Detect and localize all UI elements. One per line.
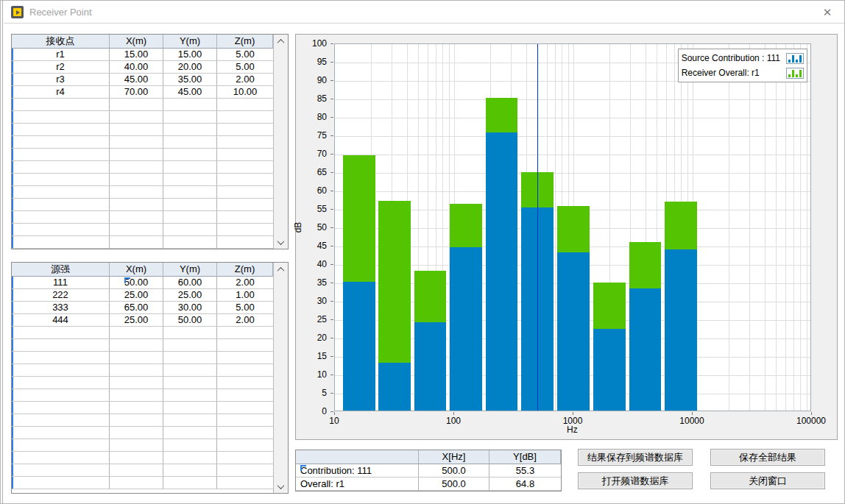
table-cell[interactable]: 5.00 xyxy=(217,49,273,61)
table-cell[interactable] xyxy=(110,136,163,149)
table-cell[interactable] xyxy=(12,377,110,389)
table-cell[interactable]: 25.00 xyxy=(110,289,163,302)
table-cell[interactable] xyxy=(12,402,110,414)
table-cell[interactable] xyxy=(12,327,110,339)
table-cell[interactable] xyxy=(217,464,273,477)
table-cell[interactable]: Contribution: 111 xyxy=(296,464,419,478)
table-cell[interactable] xyxy=(110,124,163,136)
table-cell[interactable]: 65.00 xyxy=(110,302,163,314)
table-cell[interactable] xyxy=(217,236,273,249)
table-cell[interactable] xyxy=(12,136,110,149)
table-cell[interactable]: 70.00 xyxy=(110,86,163,99)
table-row-empty[interactable] xyxy=(12,124,273,136)
table-cell[interactable] xyxy=(110,99,163,111)
table-cell[interactable] xyxy=(163,464,217,477)
table-cell[interactable]: r3 xyxy=(12,74,110,86)
table-cell[interactable]: 25.00 xyxy=(110,314,163,327)
table-cell[interactable] xyxy=(217,149,273,161)
table-cell[interactable] xyxy=(163,327,217,339)
table-cell[interactable] xyxy=(12,161,110,174)
table-cell[interactable] xyxy=(163,352,217,364)
table-cell[interactable] xyxy=(110,199,163,211)
table-cell[interactable] xyxy=(12,224,110,236)
table-cell[interactable]: r4 xyxy=(12,86,110,99)
table-cell[interactable] xyxy=(163,99,217,111)
bar-plot-style-icon[interactable] xyxy=(786,53,804,64)
table-row[interactable]: Contribution: 111500.055.3 xyxy=(296,464,561,478)
table-row[interactable]: 22225.0025.001.00 xyxy=(12,289,273,302)
table-row-empty[interactable] xyxy=(12,464,273,477)
table-cell[interactable] xyxy=(217,211,273,224)
table-cell[interactable] xyxy=(163,174,217,186)
table-row[interactable]: r345.0035.002.00 xyxy=(12,74,273,86)
scroll-up-icon[interactable] xyxy=(274,35,288,48)
close-window-button[interactable]: 关闭窗口 xyxy=(710,472,825,489)
table-cell[interactable] xyxy=(217,352,273,364)
table-cell[interactable] xyxy=(12,174,110,186)
table-cell[interactable] xyxy=(12,236,110,249)
table-row[interactable]: Overall: r1500.064.8 xyxy=(296,478,561,491)
table-cell[interactable] xyxy=(217,327,273,339)
table-cell[interactable] xyxy=(217,224,273,236)
table-cell[interactable]: 15.00 xyxy=(110,49,163,61)
table-cell[interactable] xyxy=(163,427,217,439)
table-cell[interactable]: 10.00 xyxy=(217,86,273,99)
table-cell[interactable] xyxy=(217,339,273,352)
table-cell[interactable] xyxy=(217,402,273,414)
table-cell[interactable] xyxy=(12,339,110,352)
table-row-empty[interactable] xyxy=(12,161,273,174)
receiver-table-scrollbar[interactable] xyxy=(273,35,288,249)
table-cell[interactable] xyxy=(163,149,217,161)
table-cell[interactable] xyxy=(217,99,273,111)
table-cell[interactable]: 222 xyxy=(12,289,110,302)
table-cell[interactable] xyxy=(163,111,217,124)
table-row-empty[interactable] xyxy=(12,211,273,224)
table-cell[interactable] xyxy=(12,389,110,402)
table-row-empty[interactable] xyxy=(12,99,273,111)
table-row-empty[interactable] xyxy=(12,377,273,389)
table-cell[interactable] xyxy=(217,414,273,427)
scroll-down-icon[interactable] xyxy=(274,235,288,249)
table-cell[interactable] xyxy=(163,402,217,414)
table-row[interactable]: r470.0045.0010.00 xyxy=(12,86,273,99)
table-cell[interactable]: 500.0 xyxy=(419,464,489,478)
table-cell[interactable] xyxy=(12,452,110,464)
table-row-empty[interactable] xyxy=(12,427,273,439)
table-cell[interactable] xyxy=(163,186,217,199)
table-row-empty[interactable] xyxy=(12,174,273,186)
table-cell[interactable]: 55.3 xyxy=(489,464,561,478)
table-cell[interactable] xyxy=(163,211,217,224)
table-cell[interactable] xyxy=(110,452,163,464)
table-cell[interactable] xyxy=(110,377,163,389)
table-cell[interactable] xyxy=(217,111,273,124)
table-cell[interactable] xyxy=(110,339,163,352)
table-cell[interactable] xyxy=(163,136,217,149)
table-row-empty[interactable] xyxy=(12,452,273,464)
table-cell[interactable]: Overall: r1 xyxy=(296,478,419,491)
table-cell[interactable]: r2 xyxy=(12,61,110,74)
receiver-table[interactable]: 接收点X(m)Y(m)Z(m)r115.0015.005.00r240.0020… xyxy=(11,34,289,249)
table-row-empty[interactable] xyxy=(12,389,273,402)
open-spectrum-db-button[interactable]: 打开频谱数据库 xyxy=(578,472,693,489)
table-cell[interactable] xyxy=(163,477,217,489)
table-cell[interactable] xyxy=(110,224,163,236)
table-cell[interactable] xyxy=(217,439,273,452)
table-row-empty[interactable] xyxy=(12,339,273,352)
table-cell[interactable] xyxy=(110,389,163,402)
table-cell[interactable] xyxy=(217,199,273,211)
scroll-down-icon[interactable] xyxy=(274,480,288,493)
source-table-grid[interactable]: 源强X(m)Y(m)Z(m)11150.0060.002.0022225.002… xyxy=(12,263,273,493)
table-cell[interactable] xyxy=(163,389,217,402)
table-cell[interactable] xyxy=(12,186,110,199)
table-row[interactable]: r240.0020.005.00 xyxy=(12,61,273,74)
table-cell[interactable] xyxy=(163,339,217,352)
table-row-empty[interactable] xyxy=(12,364,273,377)
table-cell[interactable] xyxy=(110,149,163,161)
table-row[interactable]: 33365.0030.005.00 xyxy=(12,302,273,314)
table-cell[interactable]: 20.00 xyxy=(163,61,217,74)
table-cell[interactable] xyxy=(12,364,110,377)
table-cell[interactable] xyxy=(12,199,110,211)
table-cell[interactable] xyxy=(12,111,110,124)
table-cell[interactable] xyxy=(110,427,163,439)
table-cell[interactable]: 111 xyxy=(12,277,110,289)
